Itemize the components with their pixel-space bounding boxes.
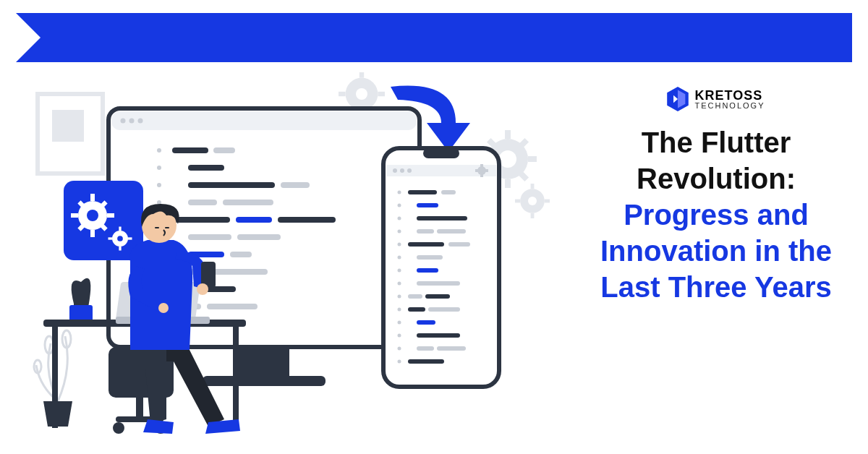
- svg-rect-57: [207, 304, 258, 309]
- svg-rect-88: [417, 216, 467, 220]
- svg-point-31: [157, 183, 161, 187]
- svg-rect-44: [188, 200, 217, 205]
- svg-rect-92: [448, 242, 470, 247]
- svg-rect-118: [119, 247, 121, 251]
- title-part1: The Flutter Revolution:: [637, 127, 796, 194]
- svg-rect-12: [531, 213, 535, 218]
- svg-rect-49: [188, 234, 231, 240]
- svg-rect-85: [408, 190, 437, 194]
- svg-point-81: [398, 321, 401, 325]
- svg-rect-125: [69, 305, 93, 321]
- svg-rect-61: [423, 148, 459, 158]
- svg-rect-104: [408, 359, 444, 364]
- svg-point-84: [398, 360, 401, 364]
- svg-point-74: [398, 230, 401, 234]
- brand-logo: KRETOSS TECHNOLOGY: [586, 87, 846, 111]
- svg-rect-100: [417, 320, 435, 325]
- svg-rect-90: [437, 229, 466, 234]
- svg-point-26: [121, 119, 126, 124]
- svg-rect-91: [408, 242, 444, 247]
- hero-illustration: [22, 72, 571, 441]
- svg-point-80: [398, 308, 401, 312]
- svg-point-66: [477, 166, 486, 175]
- svg-rect-2: [505, 179, 511, 188]
- svg-point-27: [129, 119, 135, 124]
- svg-point-82: [398, 334, 401, 338]
- svg-rect-96: [408, 294, 422, 299]
- svg-point-9: [499, 150, 516, 168]
- title-part2: Progress and Innovation in the Last Thre…: [600, 199, 832, 303]
- svg-rect-14: [515, 200, 520, 203]
- svg-rect-98: [408, 307, 425, 312]
- svg-rect-97: [425, 294, 450, 299]
- svg-rect-108: [90, 230, 95, 237]
- svg-point-72: [398, 204, 401, 207]
- svg-rect-42: [188, 182, 275, 188]
- svg-rect-19: [378, 92, 385, 96]
- logo-mark-icon: [667, 87, 689, 111]
- svg-point-75: [398, 243, 401, 247]
- svg-rect-11: [531, 184, 535, 189]
- svg-point-138: [158, 303, 169, 313]
- svg-point-77: [398, 269, 401, 273]
- svg-rect-87: [417, 203, 438, 207]
- svg-rect-70: [475, 169, 478, 172]
- svg-point-83: [398, 347, 401, 351]
- page-title: The Flutter Revolution: Progress and Inn…: [586, 124, 846, 305]
- svg-rect-50: [237, 234, 281, 240]
- svg-rect-140: [155, 227, 159, 228]
- svg-rect-25: [111, 111, 417, 130]
- svg-point-79: [398, 295, 401, 299]
- svg-rect-67: [480, 164, 483, 167]
- svg-point-28: [138, 119, 143, 124]
- svg-rect-59: [203, 376, 326, 386]
- svg-rect-101: [417, 333, 460, 338]
- svg-rect-127: [52, 327, 58, 428]
- svg-rect-102: [417, 346, 434, 351]
- svg-rect-39: [172, 147, 208, 153]
- svg-point-137: [197, 283, 208, 295]
- svg-rect-40: [213, 147, 235, 153]
- svg-rect-94: [417, 268, 438, 273]
- svg-rect-117: [119, 227, 121, 231]
- svg-point-15: [528, 197, 537, 205]
- svg-rect-41: [188, 165, 224, 171]
- svg-rect-95: [417, 281, 460, 286]
- svg-point-78: [398, 282, 401, 286]
- svg-rect-3: [528, 156, 537, 162]
- svg-point-73: [398, 217, 401, 220]
- top-ribbon: [16, 13, 852, 62]
- brand-tagline: TECHNOLOGY: [694, 102, 765, 110]
- svg-rect-119: [128, 237, 132, 239]
- svg-rect-132: [136, 398, 143, 418]
- svg-rect-107: [90, 194, 95, 201]
- brand-name: KRETOSS: [694, 89, 765, 102]
- svg-rect-43: [281, 182, 310, 188]
- svg-point-65: [407, 168, 412, 173]
- svg-rect-128: [233, 327, 239, 428]
- svg-rect-47: [236, 217, 272, 223]
- svg-point-76: [398, 256, 401, 260]
- svg-point-30: [157, 166, 161, 170]
- svg-rect-45: [223, 200, 273, 205]
- svg-point-134: [113, 422, 124, 434]
- svg-rect-46: [172, 217, 230, 223]
- svg-rect-103: [437, 346, 466, 351]
- svg-point-64: [400, 168, 404, 173]
- svg-rect-99: [428, 307, 460, 312]
- svg-rect-20: [339, 92, 346, 96]
- svg-point-115: [87, 210, 98, 221]
- svg-rect-58: [239, 347, 289, 376]
- developer-illustration: [22, 72, 571, 441]
- svg-rect-110: [71, 213, 78, 218]
- svg-rect-17: [359, 72, 364, 78]
- svg-point-21: [356, 88, 367, 100]
- svg-rect-13: [545, 200, 550, 203]
- svg-point-71: [398, 191, 401, 194]
- svg-rect-109: [107, 213, 114, 218]
- svg-rect-89: [417, 229, 434, 234]
- svg-rect-86: [441, 190, 456, 194]
- svg-rect-120: [109, 237, 113, 239]
- svg-rect-23: [52, 110, 84, 142]
- svg-rect-52: [230, 252, 252, 257]
